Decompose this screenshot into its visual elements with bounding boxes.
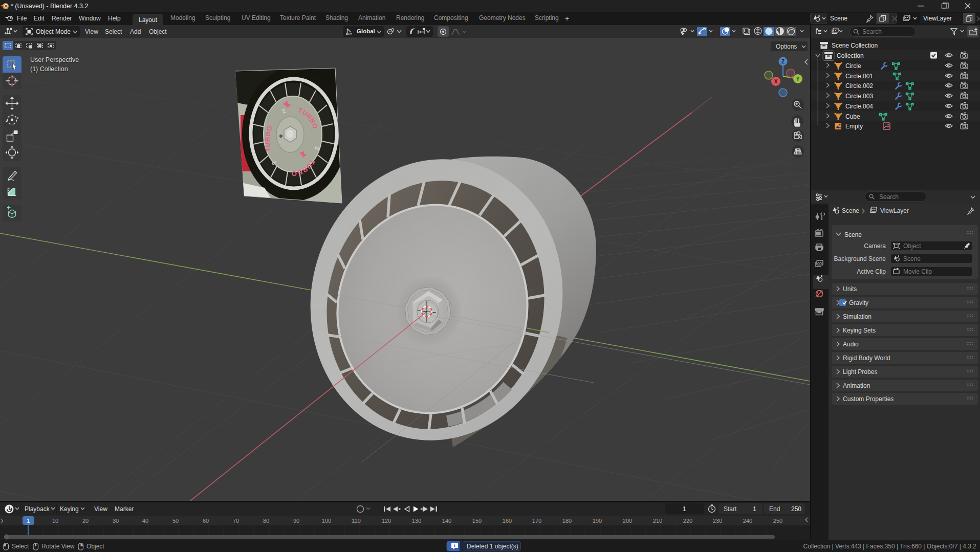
- svg-text:70: 70: [233, 518, 239, 524]
- svg-text:240: 240: [743, 518, 752, 524]
- svg-text:230: 230: [713, 518, 722, 524]
- svg-text:Scene: Scene: [844, 231, 862, 238]
- svg-text:40: 40: [142, 518, 148, 524]
- svg-text:100: 100: [322, 518, 331, 524]
- svg-text:Simulation: Simulation: [843, 313, 872, 320]
- svg-text:1: 1: [27, 518, 30, 524]
- svg-text:Z: Z: [781, 59, 785, 64]
- svg-text:Cube: Cube: [845, 113, 860, 120]
- svg-text:Playback: Playback: [25, 505, 50, 513]
- svg-text:Search: Search: [879, 193, 899, 201]
- svg-text:Marker: Marker: [115, 505, 134, 513]
- svg-text:10: 10: [52, 518, 58, 524]
- svg-text:120: 120: [382, 518, 391, 524]
- svg-text:Scene: Scene: [903, 255, 921, 262]
- svg-text:Collection: Collection: [837, 52, 864, 59]
- svg-text:80: 80: [263, 518, 269, 524]
- svg-text:Scene Collection: Scene Collection: [832, 42, 878, 49]
- svg-text:1: 1: [753, 505, 756, 513]
- svg-text:Collection | Verts:443 | Faces: Collection | Verts:443 | Faces:350 | Tri…: [803, 543, 977, 550]
- svg-text:50: 50: [172, 518, 179, 524]
- svg-text:Units: Units: [843, 285, 857, 293]
- svg-text:Movie Clip: Movie Clip: [903, 268, 932, 275]
- svg-text:Circle.001: Circle.001: [845, 73, 873, 80]
- svg-text:Scene: Scene: [842, 207, 859, 214]
- svg-text:1: 1: [683, 505, 686, 513]
- svg-text:60: 60: [203, 518, 209, 524]
- svg-text:Deleted 1 object(s): Deleted 1 object(s): [467, 543, 518, 550]
- svg-text:Background Scene: Background Scene: [834, 255, 886, 262]
- svg-text:Circle: Circle: [845, 62, 861, 70]
- svg-text:Light Probes: Light Probes: [843, 368, 877, 376]
- svg-text:View: View: [94, 505, 107, 513]
- svg-text:Select: Select: [12, 543, 29, 550]
- svg-text:Active Clip: Active Clip: [857, 268, 886, 275]
- svg-text:Keying Sets: Keying Sets: [843, 327, 876, 334]
- svg-text:Empty: Empty: [845, 123, 863, 130]
- svg-text:Gravity: Gravity: [849, 299, 868, 306]
- svg-text:190: 190: [593, 518, 602, 524]
- svg-text:Object: Object: [903, 242, 921, 250]
- svg-text:30: 30: [113, 518, 119, 524]
- svg-text:Rotate View: Rotate View: [41, 543, 75, 550]
- svg-text:Keying: Keying: [60, 505, 79, 513]
- svg-text:Audio: Audio: [843, 341, 859, 348]
- svg-text:220: 220: [683, 518, 692, 524]
- svg-text:110: 110: [352, 518, 361, 524]
- svg-text:200: 200: [623, 518, 632, 524]
- svg-text:Circle.004: Circle.004: [845, 103, 873, 110]
- svg-text:140: 140: [442, 518, 451, 524]
- svg-text:X: X: [774, 79, 778, 84]
- svg-text:Start: Start: [724, 505, 737, 513]
- svg-text:Camera: Camera: [864, 242, 886, 250]
- svg-text:90: 90: [293, 518, 299, 524]
- svg-text:Circle.002: Circle.002: [845, 82, 873, 90]
- svg-text:Circle.003: Circle.003: [845, 93, 873, 100]
- svg-text:180: 180: [562, 518, 572, 524]
- svg-text:Rigid Body World: Rigid Body World: [843, 355, 890, 362]
- svg-text:Custom Properties: Custom Properties: [843, 395, 894, 403]
- svg-text:250: 250: [791, 505, 801, 513]
- svg-text:160: 160: [503, 518, 512, 524]
- svg-text:150: 150: [472, 518, 482, 524]
- svg-text:Animation: Animation: [843, 382, 870, 389]
- svg-text:End: End: [769, 505, 780, 513]
- svg-text:Y: Y: [796, 76, 800, 82]
- svg-text:210: 210: [653, 518, 662, 524]
- svg-text:250: 250: [773, 518, 782, 524]
- svg-text:Object: Object: [86, 543, 104, 550]
- svg-text:130: 130: [412, 518, 421, 524]
- svg-text:20: 20: [82, 518, 89, 524]
- svg-text:ViewLayer: ViewLayer: [880, 207, 909, 214]
- svg-text:170: 170: [532, 518, 541, 524]
